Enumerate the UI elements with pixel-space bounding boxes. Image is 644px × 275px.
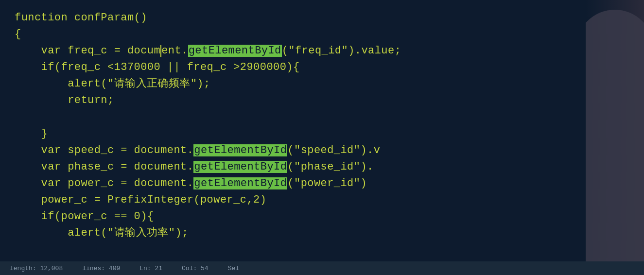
code-line-7 [15,109,629,126]
code-line-12: power_c = PrefixInteger(power_c,2) [15,192,629,208]
code-line-8: } [15,126,629,142]
code-line-2: { [15,26,629,43]
code-line-4: if(freq_c <1370000 || freq_c >2900000){ [15,59,629,76]
person-shape [586,10,644,272]
main-container: function confParam() { var freq_c = docu… [0,0,644,275]
code-line-9: var speed_c = document.getElementById("s… [15,142,629,159]
text-cursor [160,45,161,57]
code-line-5: alert("请输入正确频率"); [15,76,629,92]
code-line-13: if(power_c == 0){ [15,208,629,225]
highlight-getElementById-2: getElementById [193,144,287,156]
status-sel: Sel [228,265,239,272]
code-line-6: return; [15,92,629,109]
highlight-getElementById-3: getElementById [193,161,287,173]
highlight-getElementById-4: getElementById [193,177,287,189]
status-col: Col: 54 [182,265,209,272]
status-length: length: 12,008 [10,265,63,272]
status-lines: lines: 409 [82,265,120,272]
code-line-11: var power_c = document.getElementById("p… [15,175,629,192]
person-overlay [586,0,644,275]
code-line-3: var freq_c = document.getElementById("fr… [15,43,629,59]
status-bar: length: 12,008 lines: 409 Ln: 21 Col: 54… [0,261,644,275]
code-line-1: function confParam() [15,10,629,26]
code-line-10: var phase_c = document.getElementById("p… [15,159,629,175]
code-line-14: alert("请输入功率"); [15,225,629,241]
status-ln: Ln: 21 [139,265,162,272]
highlight-getElementById-1: getElementById [188,45,282,57]
code-editor[interactable]: function confParam() { var freq_c = docu… [0,0,644,275]
